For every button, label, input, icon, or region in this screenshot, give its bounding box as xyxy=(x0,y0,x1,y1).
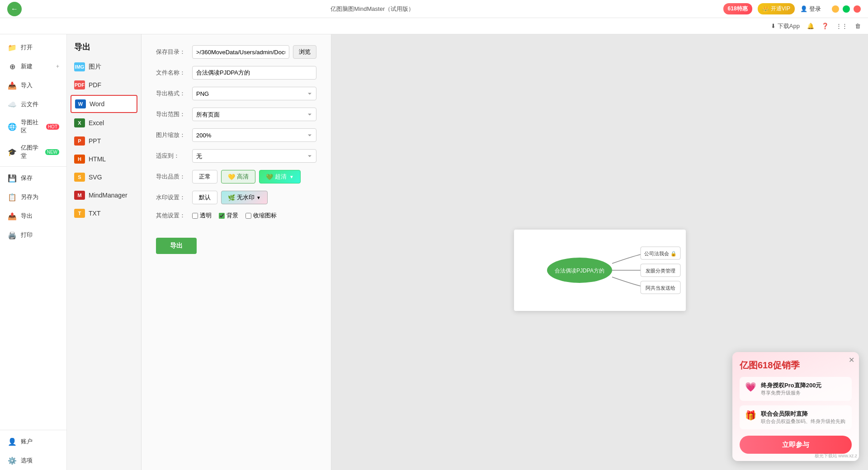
checkbox-background[interactable]: 背景 xyxy=(219,212,238,220)
sidebar-item-import[interactable]: 📥 导入 xyxy=(0,76,66,95)
cloud-icon: ☁️ xyxy=(7,99,17,109)
export-item-svg[interactable]: S SVG xyxy=(67,168,141,186)
toolbar-bell[interactable]: 🔔 xyxy=(807,23,814,29)
txt-type-icon: T xyxy=(74,209,85,218)
leaf-icon: 🌿 xyxy=(228,194,235,201)
form-row-quality: 导出品质： 正常 💛高清 💚超清 xyxy=(156,170,316,183)
sidebar-item-account[interactable]: 👤 账户 xyxy=(0,432,66,451)
form-row-scale: 图片缩放： 200% 100% 150% 300% xyxy=(156,128,316,142)
filename-control xyxy=(192,66,316,80)
other-label: 其他设置： xyxy=(156,212,192,220)
btn-vip[interactable]: 👑 开通VIP xyxy=(758,3,795,14)
ppt-type-icon: P xyxy=(74,136,85,146)
mindmap-preview: 合法偶读PJDPA方的 公司法我会 🔒 发眼分类管理 阿共当发送给 xyxy=(514,230,686,311)
import-icon: 📥 xyxy=(7,80,17,90)
other-control: 透明 背景 收缩图标 xyxy=(192,212,316,220)
format-select[interactable]: PNG JPG BMP xyxy=(192,87,316,100)
close-button[interactable]: ✕ xyxy=(854,5,861,13)
export-item-word[interactable]: W Word xyxy=(71,95,137,113)
new-badge: NEW xyxy=(45,149,59,155)
high-icon: 💛 xyxy=(228,174,235,180)
sidebar-item-open[interactable]: 📁 打开 xyxy=(0,38,66,57)
crown-icon: 👑 xyxy=(762,6,769,12)
checkbox-group: 透明 背景 收缩图标 xyxy=(192,212,277,220)
toolbar-download[interactable]: ⬇ 下载App xyxy=(771,22,800,30)
promo-item-1-sub: 尊享免费升级服务 xyxy=(761,390,821,396)
image-type-icon: IMG xyxy=(74,62,85,71)
filename-label: 文件名称： xyxy=(156,69,192,77)
promo-icon-1: 💗 xyxy=(745,381,756,392)
toolbar-more[interactable]: 🗑 xyxy=(855,23,861,29)
adapt-select[interactable]: 无 A4 A3 xyxy=(192,149,316,163)
export-panel-title: 导出 xyxy=(67,42,141,58)
sidebar-item-cloud[interactable]: ☁️ 云文件 xyxy=(0,95,66,114)
shrink-checkbox[interactable] xyxy=(245,213,251,219)
sidebar-item-new[interactable]: ⊕ 新建 + xyxy=(0,57,66,76)
quality-label: 导出品质： xyxy=(156,173,192,181)
html-type-icon: H xyxy=(74,155,85,164)
export-item-excel[interactable]: X Excel xyxy=(67,114,141,132)
export-item-image[interactable]: IMG 图片 xyxy=(67,58,141,76)
background-checkbox[interactable] xyxy=(219,213,225,219)
range-select[interactable]: 所有页面 当前页面 xyxy=(192,108,316,121)
sidebar-item-options[interactable]: ⚙️ 选项 xyxy=(0,451,66,470)
promo-watermark: 极光下载站 www.xz.z xyxy=(815,453,857,459)
export-button[interactable]: 导出 xyxy=(156,238,197,254)
print-icon: 🖨️ xyxy=(7,230,17,240)
transparent-checkbox[interactable] xyxy=(192,213,198,219)
sidebar-item-save[interactable]: 💾 保存 xyxy=(0,169,66,188)
watermark-control: 默认 🌿 无水印 xyxy=(192,191,316,204)
savedir-label: 保存目录： xyxy=(156,48,192,56)
quality-ultra[interactable]: 💚超清 xyxy=(259,170,301,183)
watermark-none[interactable]: 🌿 无水印 xyxy=(221,191,268,204)
export-item-mindmanager[interactable]: M MindManager xyxy=(67,186,141,204)
svg-type-icon: S xyxy=(74,173,85,182)
form-row-range: 导出范围： 所有页面 当前页面 xyxy=(156,108,316,121)
settings-area: 保存目录： 浏览 文件名称： 导出格式： PNG JPG BMP xyxy=(142,34,331,470)
sidebar-item-community[interactable]: 🌐 导图社区 HOT xyxy=(0,114,66,139)
mindmap-svg: 合法偶读PJDPA方的 公司法我会 🔒 发眼分类管理 阿共当发送给 xyxy=(514,230,686,311)
promo-item-2-main: 联合会员限时直降 xyxy=(761,410,845,418)
scale-select[interactable]: 200% 100% 150% 300% xyxy=(192,128,316,142)
promo-action-button[interactable]: 立即参与 xyxy=(740,436,852,454)
export-item-word-inner[interactable]: W Word xyxy=(71,96,137,112)
export-item-html[interactable]: H HTML xyxy=(67,150,141,168)
toolbar-help[interactable]: ❓ xyxy=(821,23,829,29)
minimize-button[interactable]: － xyxy=(832,5,839,13)
browse-button[interactable]: 浏览 xyxy=(293,45,316,59)
savedir-input[interactable] xyxy=(192,45,289,59)
preview-area: 合法偶读PJDPA方的 公司法我会 🔒 发眼分类管理 阿共当发送给 ✕ 亿 xyxy=(331,34,868,470)
btn-login[interactable]: 👤 登录 xyxy=(800,5,821,13)
new-icon: ⊕ xyxy=(7,61,17,71)
export-item-pdf[interactable]: PDF PDF xyxy=(67,76,141,94)
svg-text:阿共当发送给: 阿共当发送给 xyxy=(646,285,675,291)
maximize-button[interactable]: □ xyxy=(843,5,850,13)
adapt-control: 无 A4 A3 xyxy=(192,149,316,163)
toolbar-apps[interactable]: ⋮⋮ xyxy=(836,23,848,29)
quality-high[interactable]: 💛高清 xyxy=(221,170,255,183)
filename-input[interactable] xyxy=(192,66,316,80)
export-item-txt[interactable]: T TXT xyxy=(67,204,141,222)
form-row-watermark: 水印设置： 默认 🌿 无水印 xyxy=(156,191,316,204)
sidebar-divider xyxy=(0,166,66,167)
export-item-ppt[interactable]: P PPT xyxy=(67,132,141,150)
sidebar-item-academy[interactable]: 🎓 亿图学堂 NEW xyxy=(0,139,66,164)
back-button[interactable]: ← xyxy=(7,2,22,16)
scale-label: 图片缩放： xyxy=(156,131,192,139)
adapt-label: 适应到： xyxy=(156,152,192,160)
export-icon: 📤 xyxy=(7,211,17,221)
promo-close-button[interactable]: ✕ xyxy=(849,356,854,364)
sidebar-item-print[interactable]: 🖨️ 打印 xyxy=(0,226,66,244)
quality-control: 正常 💛高清 💚超清 xyxy=(192,170,316,183)
titlebar: ← 亿图脑图MindMaster（试用版） 618特惠 👑 开通VIP 👤 登录… xyxy=(0,0,868,18)
sidebar-item-saveas[interactable]: 📋 另存为 xyxy=(0,188,66,207)
savedir-control: 浏览 xyxy=(192,45,316,59)
quality-normal[interactable]: 正常 xyxy=(192,170,217,183)
watermark-default[interactable]: 默认 xyxy=(192,191,217,204)
format-label: 导出格式： xyxy=(156,89,192,98)
sidebar-item-export[interactable]: 📤 导出 xyxy=(0,207,66,226)
checkbox-shrink[interactable]: 收缩图标 xyxy=(245,212,277,220)
checkbox-transparent[interactable]: 透明 xyxy=(192,212,212,220)
btn-618[interactable]: 618特惠 xyxy=(723,3,752,14)
svg-text:发眼分类管理: 发眼分类管理 xyxy=(646,268,675,273)
